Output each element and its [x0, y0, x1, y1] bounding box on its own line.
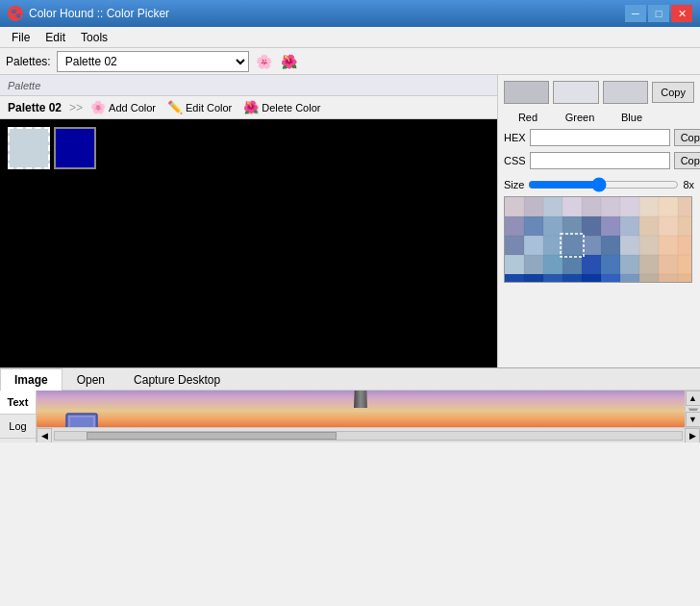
maximize-button[interactable]: □: [648, 5, 669, 22]
svg-rect-24: [562, 236, 582, 255]
css-copy-button[interactable]: Copy: [674, 152, 700, 169]
svg-rect-1: [505, 197, 524, 216]
svg-rect-49: [659, 274, 678, 283]
svg-rect-31: [505, 255, 524, 274]
palette-header-text: Palette: [8, 80, 40, 91]
svg-rect-36: [601, 255, 620, 274]
size-row: Size 8x: [504, 177, 694, 192]
right-panel: Copy Red Green Blue HEX Copy CSS Copy Si…: [498, 75, 700, 367]
svg-rect-44: [562, 274, 582, 283]
svg-rect-30: [678, 236, 692, 255]
tab-bar: Image Open Capture Desktop: [0, 368, 700, 391]
svg-rect-41: [505, 274, 524, 283]
tab-open[interactable]: Open: [62, 368, 119, 391]
color-swatch-1[interactable]: [54, 127, 96, 169]
scrollbar-y[interactable]: ▲ ▼: [685, 391, 700, 427]
svg-rect-17: [620, 216, 639, 236]
svg-rect-5: [582, 197, 601, 216]
palette-icon-1[interactable]: 🌸: [255, 52, 274, 71]
svg-rect-42: [524, 274, 543, 283]
magnifier-svg: [505, 197, 692, 283]
svg-rect-21: [505, 236, 524, 255]
svg-rect-37: [620, 255, 639, 274]
edit-color-icon: ✏️: [167, 100, 183, 114]
viewport-with-scrollbar: Computer: [37, 391, 700, 427]
svg-rect-34: [562, 255, 582, 274]
side-tab-log[interactable]: Log: [0, 415, 36, 439]
menu-edit[interactable]: Edit: [38, 29, 73, 46]
svg-rect-38: [639, 255, 659, 274]
svg-rect-29: [659, 236, 678, 255]
svg-rect-48: [639, 274, 659, 283]
palette-select[interactable]: Palette 02 Palette 01 Palette 03: [57, 51, 249, 72]
svg-rect-19: [659, 216, 678, 236]
scrollbar-up-arrow[interactable]: ▲: [686, 391, 701, 406]
add-color-button[interactable]: 🌸 Add Color: [87, 99, 160, 115]
svg-rect-16: [601, 216, 620, 236]
scrollbar-y-thumb[interactable]: [689, 409, 697, 411]
scrollbar-y-track[interactable]: [688, 408, 698, 410]
svg-rect-27: [620, 236, 639, 255]
close-button[interactable]: ✕: [671, 5, 692, 22]
svg-rect-46: [601, 274, 620, 283]
image-viewport[interactable]: Computer: [37, 391, 685, 427]
svg-rect-35: [582, 255, 601, 274]
tab-image[interactable]: Image: [0, 368, 62, 391]
svg-rect-28: [639, 236, 659, 255]
main-content: Palette Palette 02 >> 🌸 Add Color ✏️ Edi…: [0, 75, 700, 368]
menu-bar: File Edit Tools: [0, 27, 700, 48]
scrollbar-left-arrow[interactable]: ◀: [37, 428, 52, 443]
color-swatch-0[interactable]: [8, 127, 50, 169]
scrollbar-x-thumb[interactable]: [87, 432, 338, 440]
hex-copy-button[interactable]: Copy: [674, 129, 700, 146]
tab-capture-desktop[interactable]: Capture Desktop: [119, 368, 235, 391]
svg-rect-11: [505, 216, 524, 236]
palette-icon-2[interactable]: 🌺: [280, 52, 299, 71]
edit-color-button[interactable]: ✏️ Edit Color: [163, 99, 236, 115]
delete-color-icon: 🌺: [243, 100, 259, 114]
svg-rect-67: [70, 417, 93, 427]
menu-tools[interactable]: Tools: [73, 29, 115, 46]
delete-color-label: Delete Color: [262, 102, 320, 114]
scrollbar-x[interactable]: ◀ ▶: [37, 427, 700, 442]
icon-computer[interactable]: Computer: [48, 408, 115, 427]
svg-rect-7: [620, 197, 639, 216]
lighthouse-tower: [354, 391, 367, 408]
side-tab-text[interactable]: Text: [0, 391, 36, 415]
svg-rect-43: [543, 274, 562, 283]
minimize-button[interactable]: ─: [625, 5, 646, 22]
svg-rect-33: [543, 255, 562, 274]
svg-rect-13: [543, 216, 562, 236]
size-label: Size: [504, 179, 524, 190]
palette-canvas: [0, 119, 497, 367]
app-icon: 🐾: [8, 6, 23, 21]
svg-rect-47: [620, 274, 639, 283]
delete-color-button[interactable]: 🌺 Delete Color: [239, 99, 324, 115]
scrollbar-x-track[interactable]: [54, 431, 683, 441]
color-channels: Red Green Blue: [504, 112, 694, 123]
main-copy-button[interactable]: Copy: [652, 82, 694, 103]
desktop-screenshot: Computer: [37, 391, 685, 427]
lighthouse: [352, 391, 369, 408]
hex-row: HEX Copy: [504, 129, 694, 146]
color-display-row: Copy: [504, 81, 694, 104]
palette-bar: Palettes: Palette 02 Palette 01 Palette …: [0, 48, 700, 75]
scrollbar-down-arrow[interactable]: ▼: [686, 412, 701, 427]
size-slider[interactable]: [528, 177, 679, 192]
svg-rect-50: [678, 274, 692, 283]
css-input[interactable]: [530, 152, 670, 169]
svg-rect-39: [659, 255, 678, 274]
svg-rect-32: [524, 255, 543, 274]
svg-rect-26: [601, 236, 620, 255]
hex-input[interactable]: [530, 129, 670, 146]
green-label: Green: [556, 112, 604, 123]
svg-rect-40: [678, 255, 692, 274]
scrollbar-right-arrow[interactable]: ▶: [685, 428, 700, 443]
svg-rect-2: [524, 197, 543, 216]
svg-rect-25: [582, 236, 601, 255]
title-bar-controls: ─ □ ✕: [625, 5, 692, 22]
svg-rect-10: [678, 197, 692, 216]
menu-file[interactable]: File: [4, 29, 38, 46]
svg-rect-8: [639, 197, 659, 216]
title-bar-left: 🐾 Color Hound :: Color Picker: [8, 6, 169, 21]
